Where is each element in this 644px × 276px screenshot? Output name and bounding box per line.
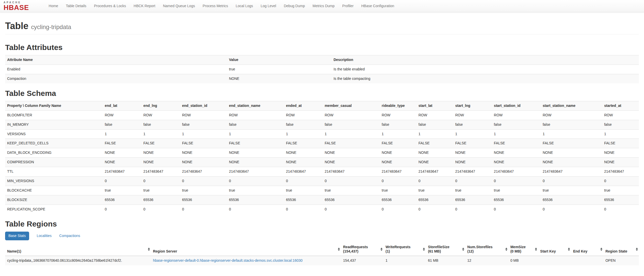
page-title: Table cycling-tripdata <box>5 21 639 31</box>
schema-corner-header: Property \ Column Family Name <box>5 101 103 110</box>
regions-col-region-server[interactable]: Region Server <box>151 243 341 256</box>
sort-icon[interactable] <box>380 248 383 251</box>
nav-item-profiler[interactable]: Profiler <box>338 4 357 9</box>
attributes-cell-attribute-name: Compaction <box>5 74 227 83</box>
schema-property-name: MIN_VERSIONS <box>5 177 103 186</box>
schema-value-start-lng: NONE <box>453 148 492 158</box>
schema-value-start-lat: FALSE <box>416 139 453 148</box>
tab-localities[interactable]: Localities <box>37 233 52 239</box>
regions-col-region-state[interactable]: Region State <box>603 243 639 256</box>
schema-family-end-station-name: end_station_name <box>227 101 284 110</box>
schema-value-end-station-name: 1 <box>227 129 284 139</box>
attributes-row-enabled: EnabledtrueIs the table enabled <box>5 65 639 74</box>
schema-value-start-lat: 1 <box>416 129 453 139</box>
regions-col-end-key[interactable]: End Key <box>571 243 603 256</box>
nav-item-metrics-dump[interactable]: Metrics Dump <box>309 4 338 9</box>
attributes-col-description: Description <box>331 55 639 65</box>
schema-value-started-at: 1 <box>602 129 639 139</box>
schema-value-end-station-name: FALSE <box>227 139 284 148</box>
regions-col-memsize[interactable]: MemSize (0 MB) <box>508 243 538 256</box>
schema-row-ttl: TTL2147483647214748364721474836472147483… <box>5 167 639 177</box>
regions-col-writerequests[interactable]: WriteRequests (1) <box>384 243 426 256</box>
page-header: Table cycling-tripdata <box>5 21 639 34</box>
sort-icon[interactable] <box>462 248 464 251</box>
sort-down-arrow <box>423 249 425 251</box>
schema-row-blockcache: BLOCKCACHEtruetruetruetruetruetruetruetr… <box>5 186 639 195</box>
tab-base-stats[interactable]: Base Stats <box>5 232 29 240</box>
nav-item-home[interactable]: Home <box>45 4 62 9</box>
schema-value-end-lng: NONE <box>141 148 180 158</box>
sort-up-arrow <box>505 248 507 249</box>
schema-value-started-at: false <box>602 120 639 129</box>
schema-value-start-lng: false <box>453 120 492 129</box>
region-table-header-row: Name(1)Region ServerReadRequests (154,43… <box>5 243 639 256</box>
sort-up-arrow <box>462 248 464 249</box>
schema-value-start-station-id: false <box>492 120 541 129</box>
nav-item-log-level[interactable]: Log Level <box>257 4 280 9</box>
table-attributes: Attribute NameValueDescriptionEnabledtru… <box>5 55 639 83</box>
region-tabs: Base Stats Localities Compactions <box>5 232 639 240</box>
schema-property-name: DATA_BLOCK_ENCODING <box>5 148 103 158</box>
schema-value-started-at: 2147483647 <box>602 167 639 177</box>
schema-value-end-lng: 0 <box>141 177 180 186</box>
attributes-cell-value: true <box>227 65 332 74</box>
region-cell-read-requests: 154,437 <box>341 256 383 265</box>
schema-value-member-casual: 65536 <box>323 195 379 205</box>
sort-down-arrow <box>636 249 638 251</box>
schema-value-start-station-name: 0 <box>541 177 602 186</box>
nav-item-hbck-report[interactable]: HBCK Report <box>130 4 159 9</box>
sort-icon[interactable] <box>505 248 507 251</box>
nav-item-table-details[interactable]: Table Details <box>62 4 90 9</box>
section-heading-table-schema: Table Schema <box>5 89 639 97</box>
sort-icon[interactable] <box>338 248 340 251</box>
region-cell-start-key <box>538 256 571 265</box>
sort-icon[interactable] <box>568 248 570 251</box>
nav-item-hbase-configuration[interactable]: HBase Configuration <box>357 4 398 9</box>
schema-property-name: IN_MEMORY <box>5 120 103 129</box>
schema-value-end-station-id: NONE <box>180 148 227 158</box>
attributes-row-compaction: CompactionNONEIs the table compacting <box>5 74 639 83</box>
brand-hbase-text: HBASE <box>4 4 29 11</box>
schema-value-end-lat: 0 <box>103 205 141 214</box>
schema-value-ended-at: NONE <box>284 148 323 158</box>
schema-value-start-station-name: 1 <box>541 129 602 139</box>
sort-icon[interactable] <box>148 248 150 251</box>
regions-col-name-1[interactable]: Name(1) <box>5 243 151 256</box>
nav-item-named-queue-logs[interactable]: Named Queue Logs <box>159 4 199 9</box>
schema-value-end-station-name: true <box>227 186 284 195</box>
schema-value-end-lng: FALSE <box>141 139 180 148</box>
nav-item-debug-dump[interactable]: Debug Dump <box>280 4 309 9</box>
schema-property-name: REPLICATION_SCOPE <box>5 205 103 214</box>
nav-item-local-logs[interactable]: Local Logs <box>232 4 257 9</box>
schema-value-end-lng: 1 <box>141 129 180 139</box>
schema-value-end-station-id: true <box>180 186 227 195</box>
regions-col-num-storefiles[interactable]: Num.Storefiles (12) <box>465 243 508 256</box>
schema-value-start-lat: false <box>416 120 453 129</box>
regions-col-readrequests[interactable]: ReadRequests (154,437) <box>341 243 383 256</box>
sort-icon[interactable] <box>600 248 602 251</box>
sort-icon[interactable] <box>636 248 638 251</box>
sort-icon[interactable] <box>423 248 425 251</box>
schema-value-started-at: NONE <box>602 158 639 167</box>
schema-value-ended-at: NONE <box>284 158 323 167</box>
schema-value-end-lat: 2147483647 <box>103 167 141 177</box>
tab-compactions[interactable]: Compactions <box>59 233 80 239</box>
hbase-logo[interactable]: APACHE HBASE <box>4 1 29 11</box>
schema-value-start-station-name: 2147483647 <box>541 167 602 177</box>
regions-col-start-key[interactable]: Start Key <box>538 243 571 256</box>
sort-down-arrow <box>505 249 507 251</box>
region-server-link[interactable]: hbase-regionserver-default-0.hbase-regio… <box>153 258 303 262</box>
nav-item-procedures-locks[interactable]: Procedures & Locks <box>90 4 130 9</box>
schema-value-start-lat: NONE <box>416 158 453 167</box>
schema-value-end-station-id: ROW <box>180 110 227 120</box>
schema-value-end-lng: true <box>141 186 180 195</box>
schema-value-ended-at: ROW <box>284 110 323 120</box>
regions-col-storefilesize[interactable]: StorefileSize (61 MB) <box>426 243 465 256</box>
region-cell-name: cycling-tripdata,,1663687070640.06131c80… <box>5 256 151 265</box>
schema-value-rideable-type: 65536 <box>380 195 416 205</box>
nav-item-process-metrics[interactable]: Process Metrics <box>199 4 232 9</box>
sort-up-arrow <box>423 248 425 249</box>
schema-value-start-lng: 0 <box>453 177 492 186</box>
schema-value-end-station-name: 2147483647 <box>227 167 284 177</box>
sort-icon[interactable] <box>535 248 537 251</box>
